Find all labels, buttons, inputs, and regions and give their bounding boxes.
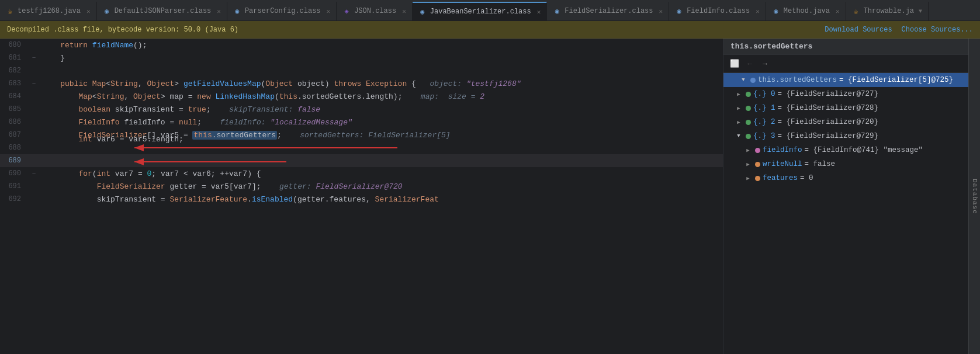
tab-overflow-icon: ▼ xyxy=(919,8,922,15)
tree-val-5: = {FieldInfo@741} "message" xyxy=(805,146,923,154)
class-icon-0: ◉ xyxy=(103,7,111,15)
tab-method[interactable]: ◉ Method.java ✕ xyxy=(766,2,846,20)
line-number-683: 683 xyxy=(0,79,28,88)
line-number-682: 682 xyxy=(0,67,28,75)
fold-icon-683: − xyxy=(32,80,36,87)
table-row: 681 − } xyxy=(0,51,723,64)
table-row: 683 − public Map<String, Object> getFiel… xyxy=(0,77,723,90)
tab-close-3[interactable]: ✕ xyxy=(402,8,406,15)
tab-bar: ☕ testfj1268.java ✕ ◉ DefaultJSONParser.… xyxy=(0,0,980,21)
tree-arrow-2: ▶ xyxy=(735,105,742,112)
tab-close-1[interactable]: ✕ xyxy=(217,8,221,15)
dot-2 xyxy=(746,106,751,111)
tree-arrow-7: ▶ xyxy=(744,175,752,182)
tab-fieldserializer[interactable]: ◉ FieldSerializer.class ✕ xyxy=(547,2,669,20)
tree-arrow-5: ▶ xyxy=(744,147,752,154)
line-content-692: skipTransient = SerializerFeature.isEnab… xyxy=(40,195,723,204)
debug-forward-btn[interactable]: → xyxy=(759,57,771,70)
dot-3 xyxy=(746,120,751,125)
table-row: 691 FieldSerializer getter = var5[var7];… xyxy=(0,180,723,193)
dot-4 xyxy=(746,134,751,139)
debug-panel: this.sortedGetters ⬜ ← → ▼ this.sortedGe… xyxy=(723,39,968,354)
line-content-683: public Map<String, Object> getFieldValue… xyxy=(40,79,723,88)
tab-close-4[interactable]: ✕ xyxy=(537,8,541,16)
tree-key-3: {.} 2 xyxy=(753,118,775,126)
line-number-686: 686 xyxy=(0,118,28,126)
tab-parserconfig[interactable]: ◉ ParserConfig.class ✕ xyxy=(227,2,337,20)
java-icon-1: ◉ xyxy=(772,7,780,15)
line-number-688: 688 xyxy=(0,144,28,152)
tab-close-2[interactable]: ✕ xyxy=(327,8,331,15)
line-number-692: 692 xyxy=(0,195,28,203)
tab-testfj1268[interactable]: ☕ testfj1268.java ✕ xyxy=(0,2,97,20)
main-content: 680 return fieldName(); 681 − } 682 683 … xyxy=(0,39,980,354)
tab-fieldinfo[interactable]: ◉ FieldInfo.class ✕ xyxy=(669,2,766,20)
gutter-690: − xyxy=(28,170,40,177)
tree-arrow-1: ▶ xyxy=(735,91,742,98)
tree-arrow-4: ▼ xyxy=(735,133,742,140)
tree-item-2[interactable]: ▶ {.} 2 = {FieldSerializer@720} xyxy=(723,115,968,129)
java-icon-2: ☕ xyxy=(852,7,860,15)
tree-item-3[interactable]: ▼ {.} 3 = {FieldSerializer@729} xyxy=(723,129,968,143)
tree-item-0[interactable]: ▶ {.} 0 = {FieldSerializer@727} xyxy=(723,87,968,101)
download-sources-link[interactable]: Download Sources xyxy=(825,26,892,34)
tree-val-4: = {FieldSerializer@729} xyxy=(778,132,879,140)
debug-copy-btn[interactable]: ⬜ xyxy=(728,57,741,70)
tree-item-features[interactable]: ▶ features = 0 xyxy=(723,171,968,185)
line-number-689: 689 xyxy=(0,157,28,165)
database-sidebar-tab[interactable]: Database xyxy=(968,39,980,354)
line-content-686: FieldInfo fieldInfo = null; fieldInfo: "… xyxy=(40,118,723,127)
tree-val-1: = {FieldSerializer@727} xyxy=(778,90,879,98)
tree-item-sorted-getters[interactable]: ▼ this.sortedGetters = {FieldSerializer[… xyxy=(723,73,968,87)
class-icon-4: ◉ xyxy=(553,7,561,15)
table-row: 686 FieldInfo fieldInfo = null; fieldInf… xyxy=(0,116,723,129)
tree-val-6: = false xyxy=(805,160,836,168)
tab-close-7[interactable]: ✕ xyxy=(836,8,840,15)
code-editor[interactable]: 680 return fieldName(); 681 − } 682 683 … xyxy=(0,39,723,354)
debug-tree: ▼ this.sortedGetters = {FieldSerializer[… xyxy=(723,73,968,354)
tab-close-testfj1268[interactable]: ✕ xyxy=(86,8,91,15)
tree-val-3: = {FieldSerializer@720} xyxy=(778,118,879,126)
tree-item-fieldinfo[interactable]: ▶ fieldInfo = {FieldInfo@741} "message" xyxy=(723,143,968,157)
class-icon-2: ◈ xyxy=(342,7,351,15)
tree-arrow-0: ▼ xyxy=(740,77,747,84)
fold-icon-681: − xyxy=(32,54,36,61)
tree-item-1[interactable]: ▶ {.} 1 = {FieldSerializer@728} xyxy=(723,101,968,115)
line-number-680: 680 xyxy=(0,41,28,49)
tree-arrow-3: ▶ xyxy=(735,119,742,126)
class-icon-3: ◉ xyxy=(418,8,427,16)
line-number-691: 691 xyxy=(0,182,28,190)
line-content-684: Map<String, Object> map = new LinkedHash… xyxy=(40,92,723,101)
notification-bar: Decompiled .class file, bytecode version… xyxy=(0,21,980,39)
tree-item-writenull[interactable]: ▶ writeNull = false xyxy=(723,157,968,171)
debug-panel-toolbar: ⬜ ← → xyxy=(723,55,968,73)
line-content-689 xyxy=(40,148,723,174)
tab-javabeanserializer[interactable]: ◉ JavaBeanSerializer.class ✕ xyxy=(413,2,547,20)
tab-close-6[interactable]: ✕ xyxy=(756,8,760,15)
line-number-681: 681 xyxy=(0,54,28,62)
java-icon: ☕ xyxy=(6,7,14,15)
dot-1 xyxy=(746,92,751,97)
line-content-680: return fieldName(); xyxy=(40,41,723,50)
table-row: 684 Map<String, Object> map = new Linked… xyxy=(0,90,723,103)
tab-throwable[interactable]: ☕ Throwable.ja ▼ xyxy=(846,2,929,20)
tab-close-5[interactable]: ✕ xyxy=(659,8,663,15)
code-lines: 680 return fieldName(); 681 − } 682 683 … xyxy=(0,39,723,354)
line-number-684: 684 xyxy=(0,92,28,100)
tree-key-5: fieldInfo xyxy=(763,146,802,154)
tree-val-0: = {FieldSerializer[5]@725} xyxy=(839,76,953,84)
line-number-687: 687 xyxy=(0,131,28,139)
choose-sources-link[interactable]: Choose Sources... xyxy=(902,26,973,34)
database-sidebar-label: Database xyxy=(971,179,978,214)
class-icon-5: ◉ xyxy=(675,7,683,15)
line-content-691: FieldSerializer getter = var5[var7]; get… xyxy=(40,182,723,191)
debug-panel-title: this.sortedGetters xyxy=(723,39,968,55)
tree-key-6: writeNull xyxy=(763,160,802,168)
table-row: 692 skipTransient = SerializerFeature.is… xyxy=(0,193,723,206)
dot-0 xyxy=(750,78,756,83)
fold-icon-690: − xyxy=(32,170,36,177)
notification-actions: Download Sources Choose Sources... xyxy=(825,26,973,34)
tab-json[interactable]: ◈ JSON.class ✕ xyxy=(337,2,413,20)
line-number-690: 690 xyxy=(0,169,28,178)
tab-defaultjsonparser[interactable]: ◉ DefaultJSONParser.class ✕ xyxy=(97,2,227,20)
